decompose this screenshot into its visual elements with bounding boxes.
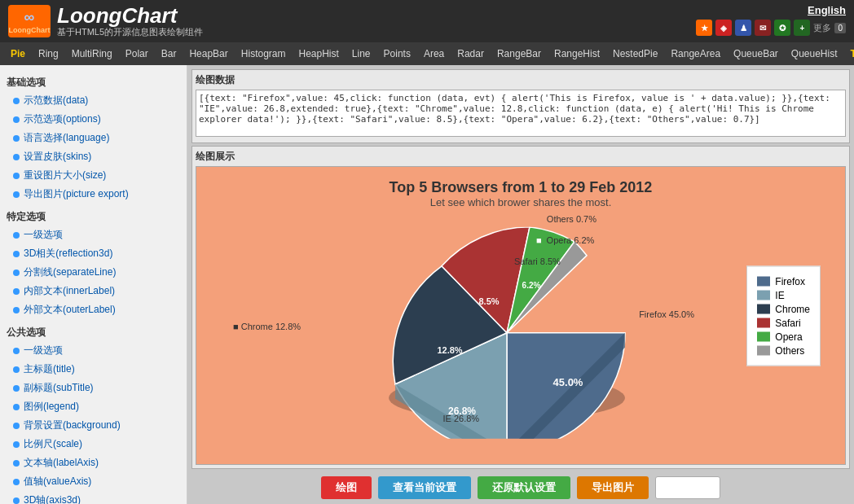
app-subtitle: 基于HTML5的开源信息图表绘制组件 bbox=[57, 26, 203, 38]
nav-tools[interactable]: Tools bbox=[844, 45, 854, 63]
nav-line[interactable]: Line bbox=[346, 45, 377, 63]
sidebar-item-outerlabel[interactable]: 外部文本(outerLabel) bbox=[0, 300, 187, 319]
nav-bar[interactable]: Bar bbox=[155, 45, 183, 63]
user-icon[interactable]: ♟ bbox=[735, 20, 751, 36]
mail-icon[interactable]: ✉ bbox=[755, 20, 771, 36]
nav-heaphist[interactable]: HeapHist bbox=[292, 45, 345, 63]
dot-icon bbox=[13, 385, 20, 392]
sidebar-item-pub-level1[interactable]: 一级选项 bbox=[0, 341, 187, 360]
dot-icon bbox=[13, 479, 20, 485]
export-button[interactable]: 导出图片 bbox=[577, 476, 649, 499]
group-basic-title: 基础选项 bbox=[0, 72, 187, 91]
sidebar-item-background[interactable]: 背景设置(background) bbox=[0, 416, 187, 435]
legend-color-chrome bbox=[757, 304, 770, 313]
draw-button[interactable]: 绘图 bbox=[321, 476, 372, 499]
more-label: 更多 bbox=[813, 22, 831, 34]
legend-color-safari bbox=[757, 318, 770, 327]
dot-icon bbox=[13, 173, 20, 179]
nav-rangearea[interactable]: RangeArea bbox=[664, 45, 727, 63]
legend-item-safari: Safari bbox=[757, 317, 810, 328]
nav-rangehist[interactable]: RangeHist bbox=[548, 45, 606, 63]
nav-queuebar[interactable]: QueueBar bbox=[727, 45, 785, 63]
nav-rangebar[interactable]: RangeBar bbox=[491, 45, 548, 63]
legend-color-firefox bbox=[757, 276, 770, 286]
chart-title-area: Top 5 Browsers from 1 to 29 Feb 2012 Let… bbox=[196, 179, 845, 208]
content-area: 绘图数据 绘图展示 Top 5 Browsers from 1 to 29 Fe… bbox=[187, 65, 854, 504]
sidebar-item-subtitle[interactable]: 副标题(subTitle) bbox=[0, 379, 187, 397]
dot-icon bbox=[13, 135, 20, 142]
share-icon[interactable]: ◈ bbox=[715, 20, 732, 36]
data-textarea[interactable] bbox=[196, 90, 846, 137]
label-opera: ■ Opera 6.2% bbox=[534, 235, 594, 245]
logo-box: ∞ LoongChart bbox=[8, 5, 51, 37]
bottom-bar: 绘图 查看当前设置 还原默认设置 导出图片 bbox=[187, 471, 854, 504]
dot-icon bbox=[13, 497, 20, 504]
sidebar-item-3d[interactable]: 3D相关(reflection3d) bbox=[0, 244, 187, 263]
social-icons: ★ ◈ ♟ ✉ ✪ + 更多 0 bbox=[696, 20, 846, 36]
nav-area[interactable]: Area bbox=[417, 45, 451, 63]
nav-heapbar[interactable]: HeapBar bbox=[183, 45, 234, 63]
header: ∞ LoongChart LoongChart 基于HTML5的开源信息图表绘制… bbox=[0, 0, 854, 42]
dot-icon bbox=[13, 154, 20, 160]
nav-histogram[interactable]: Histogram bbox=[235, 45, 293, 63]
sidebar-item-labelaxis[interactable]: 文本轴(labelAxis) bbox=[0, 454, 187, 472]
sidebar-item-export[interactable]: 导出图片(picture export) bbox=[0, 185, 187, 204]
dot-icon bbox=[13, 404, 20, 410]
nav-polar[interactable]: Polar bbox=[119, 45, 155, 63]
nav-pie[interactable]: Pie bbox=[4, 45, 32, 63]
label-safari: Safari 8.5% bbox=[514, 256, 561, 266]
sidebar-item-separateline[interactable]: 分割线(separateLine) bbox=[0, 263, 187, 282]
language-link[interactable]: English bbox=[808, 4, 846, 16]
view-settings-button[interactable]: 查看当前设置 bbox=[378, 476, 471, 499]
header-right: English ★ ◈ ♟ ✉ ✪ + 更多 0 bbox=[696, 4, 846, 36]
logo-icon: ∞ bbox=[24, 9, 35, 26]
legend-item-opera: Opera bbox=[757, 331, 810, 342]
svg-text:6.2%: 6.2% bbox=[522, 280, 541, 289]
sidebar-item-axis3d[interactable]: 3D轴(axis3d) bbox=[0, 491, 187, 504]
dot-icon bbox=[13, 307, 20, 313]
bottom-input[interactable] bbox=[655, 476, 720, 499]
sidebar-item-legend[interactable]: 图例(legend) bbox=[0, 397, 187, 416]
dot-icon bbox=[13, 191, 20, 198]
chart-sub-title: Let see which brower shares the most. bbox=[196, 196, 845, 208]
sidebar-item-data[interactable]: 示范数据(data) bbox=[0, 91, 187, 110]
nav-nestedpie[interactable]: NestedPie bbox=[606, 45, 664, 63]
sidebar-item-options[interactable]: 示范选项(options) bbox=[0, 110, 187, 129]
dot-icon bbox=[13, 423, 20, 429]
legend-color-others bbox=[757, 345, 770, 355]
dot-icon bbox=[13, 98, 20, 104]
label-firefox: Firefox 45.0% bbox=[639, 309, 694, 319]
data-section: 绘图数据 bbox=[191, 69, 850, 143]
nav-queuehist[interactable]: QueueHist bbox=[785, 45, 844, 63]
nav-ring[interactable]: Ring bbox=[32, 45, 65, 63]
sidebar: 基础选项 示范数据(data) 示范选项(options) 语言选择(langu… bbox=[0, 65, 187, 504]
sidebar-item-level1[interactable]: 一级选项 bbox=[0, 226, 187, 244]
svg-text:12.8%: 12.8% bbox=[437, 344, 462, 354]
badge-icon[interactable]: ✪ bbox=[774, 20, 790, 36]
dot-icon bbox=[13, 116, 20, 123]
nav-points[interactable]: Points bbox=[377, 45, 417, 63]
chart-main-title: Top 5 Browsers from 1 to 29 Feb 2012 bbox=[196, 179, 845, 196]
logo-brand: LoongChart bbox=[9, 26, 51, 34]
chart-container: Top 5 Browsers from 1 to 29 Feb 2012 Let… bbox=[196, 166, 846, 465]
reset-button[interactable]: 还原默认设置 bbox=[478, 476, 570, 499]
sidebar-item-skins[interactable]: 设置皮肤(skins) bbox=[0, 147, 187, 166]
nav-multiring[interactable]: MultiRing bbox=[65, 45, 119, 63]
dot-icon bbox=[13, 270, 20, 276]
dot-icon bbox=[13, 460, 20, 467]
legend-item-chrome: Chrome bbox=[757, 303, 810, 314]
legend-color-ie bbox=[757, 290, 770, 300]
dot-icon bbox=[13, 366, 20, 373]
more-badge: 0 bbox=[834, 23, 846, 33]
nav-radar[interactable]: Radar bbox=[451, 45, 491, 63]
star-icon[interactable]: ★ bbox=[696, 20, 712, 36]
sidebar-item-language[interactable]: 语言选择(language) bbox=[0, 129, 187, 147]
sidebar-item-innerlabel[interactable]: 内部文本(innerLabel) bbox=[0, 282, 187, 300]
sidebar-item-size[interactable]: 重设图片大小(size) bbox=[0, 166, 187, 185]
main: 基础选项 示范数据(data) 示范选项(options) 语言选择(langu… bbox=[0, 65, 854, 504]
sidebar-item-title[interactable]: 主标题(title) bbox=[0, 360, 187, 379]
label-others: Others 0.7% bbox=[547, 214, 596, 224]
sidebar-item-valueaxis[interactable]: 值轴(valueAxis) bbox=[0, 472, 187, 491]
sidebar-item-scale[interactable]: 比例尺(scale) bbox=[0, 435, 187, 454]
plus-icon[interactable]: + bbox=[794, 20, 810, 36]
